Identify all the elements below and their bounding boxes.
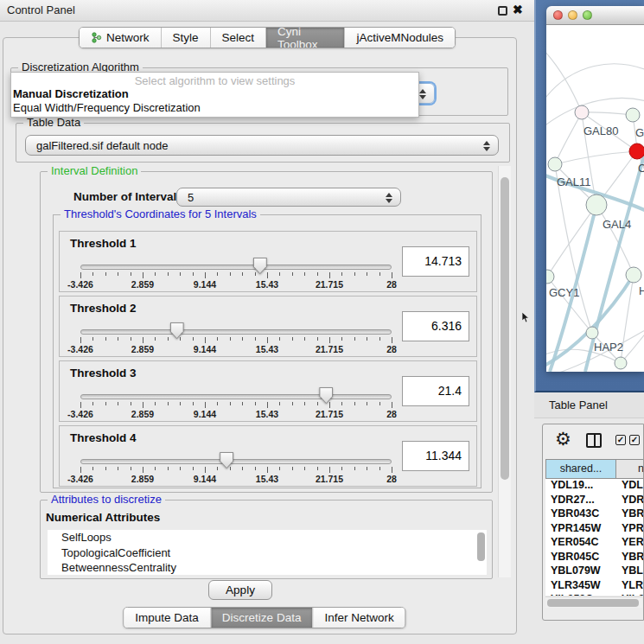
- attribute-item-topologicalcoefficient[interactable]: TopologicalCoefficient: [48, 545, 487, 561]
- mouse-cursor-icon: [522, 312, 532, 323]
- screen: Control Panel ✖ NetworkStyleSelectCyni T…: [0, 0, 644, 644]
- horizontal-scrollbar-thumb[interactable]: [547, 599, 639, 607]
- table-row[interactable]: YER054CYER0: [545, 536, 644, 551]
- gear-icon[interactable]: ⚙: [555, 429, 571, 450]
- cell-shared-name: YIL052C: [545, 593, 616, 596]
- cell-name: YLR3: [616, 579, 644, 594]
- checkbox-icon[interactable]: ✓: [629, 435, 640, 445]
- vertical-scrollbar[interactable]: [498, 166, 511, 577]
- table-body[interactable]: YDL19...YDL1YDR27...YDR2YBR043CYBR0YPR14…: [545, 479, 644, 596]
- tab-network[interactable]: Network: [80, 28, 161, 48]
- popup-item-manual-discretization[interactable]: Manual Discretization: [11, 87, 418, 101]
- network-node-ga[interactable]: [626, 108, 640, 122]
- threshold-value-field[interactable]: 14.713: [402, 246, 469, 277]
- slider-track[interactable]: [80, 394, 392, 399]
- tick-mark: [242, 272, 243, 276]
- tick-mark: [230, 467, 231, 470]
- columns-icon[interactable]: [586, 433, 602, 448]
- tick-mark: [80, 467, 81, 473]
- tab-style[interactable]: Style: [161, 28, 210, 48]
- table-data-combo[interactable]: galFiltered.sif default node: [25, 135, 499, 156]
- table-header-row: shared... n: [545, 459, 644, 479]
- cell-shared-name: YBR043C: [545, 507, 616, 522]
- table-row[interactable]: YBR043CYBR0: [545, 507, 644, 522]
- slider-track[interactable]: [80, 329, 392, 335]
- table-row[interactable]: YDL19...YDL1: [545, 479, 644, 494]
- slider-track[interactable]: [80, 459, 392, 464]
- tick-mark: [354, 272, 355, 276]
- table-row[interactable]: YDR27...YDR2: [545, 494, 644, 508]
- network-node-c[interactable]: [629, 143, 644, 159]
- tick-label: 21.715: [316, 474, 343, 484]
- threshold-value-field[interactable]: 11.344: [402, 441, 469, 471]
- tick-mark: [341, 467, 342, 470]
- tick-mark: [105, 272, 106, 276]
- threshold-value-field[interactable]: 21.4: [402, 376, 469, 406]
- cell-name: YDR2: [616, 494, 644, 508]
- column-header-shared[interactable]: shared...: [545, 459, 616, 479]
- table-data-combo-value: galFiltered.sif default node: [36, 139, 168, 152]
- close-traffic-light-icon[interactable]: [553, 10, 563, 20]
- tick-mark: [392, 337, 392, 343]
- column-header-name[interactable]: n: [616, 459, 644, 479]
- tab-jactivemnodules[interactable]: jActiveMNodules: [344, 28, 455, 48]
- tick-mark: [143, 402, 143, 408]
- threshold-label: Threshold 3: [70, 367, 137, 379]
- slider-track[interactable]: [80, 265, 392, 270]
- tick-mark: [217, 402, 218, 405]
- bottom-tab-discretize-data[interactable]: Discretize Data: [210, 608, 313, 628]
- number-of-intervals-combo[interactable]: 5: [176, 188, 401, 207]
- network-node-h[interactable]: [626, 267, 641, 283]
- table-row[interactable]: YBL079WYBL0: [545, 564, 644, 579]
- attribute-item-selfloops[interactable]: SelfLoops: [48, 530, 487, 545]
- network-node-gal80[interactable]: [575, 105, 589, 119]
- float-window-icon[interactable]: [498, 6, 507, 16]
- table-row[interactable]: YBR045CYBR0: [545, 551, 644, 565]
- tick-mark: [155, 467, 156, 470]
- network-node-gal11[interactable]: [548, 157, 562, 171]
- tab-cyni-toolbox[interactable]: Cyni Toolbox: [265, 28, 344, 48]
- zoom-traffic-light-icon[interactable]: [583, 10, 592, 20]
- node-label: GAL4: [603, 218, 631, 231]
- table-row[interactable]: YLR345WYLR3: [545, 579, 644, 594]
- tick-mark: [205, 337, 206, 343]
- close-icon[interactable]: ✖: [513, 3, 523, 16]
- tick-mark: [267, 337, 268, 343]
- tick-mark: [92, 337, 93, 341]
- checkbox-icon[interactable]: ✓: [615, 435, 626, 445]
- horizontal-scrollbar[interactable]: [545, 596, 642, 608]
- popup-item-equal-width-frequency[interactable]: Equal Width/Frequency Discretization: [11, 101, 418, 115]
- threshold-value-field[interactable]: 6.316: [402, 311, 469, 341]
- slider-handle[interactable]: [319, 387, 333, 404]
- tick-mark: [168, 467, 169, 470]
- bottom-tab-infer-network[interactable]: Infer Network: [312, 608, 405, 628]
- vertical-scrollbar-thumb[interactable]: [501, 177, 509, 480]
- tab-select[interactable]: Select: [210, 28, 266, 48]
- network-node-hap2[interactable]: [586, 327, 598, 339]
- slider-handle[interactable]: [220, 452, 233, 469]
- tick-label: 9.144: [194, 474, 216, 484]
- network-node[interactable]: [615, 357, 627, 369]
- list-scrollbar[interactable]: [477, 532, 485, 561]
- tick-mark: [118, 402, 118, 405]
- tick-mark: [279, 337, 280, 341]
- network-window-titlebar[interactable]: [546, 6, 644, 25]
- tick-mark: [304, 337, 305, 341]
- apply-button[interactable]: Apply: [208, 580, 272, 600]
- numerical-attributes-list[interactable]: SelfLoopsTopologicalCoefficientBetweenne…: [48, 530, 487, 575]
- bottom-tab-impute-data[interactable]: Impute Data: [124, 608, 210, 628]
- table-row[interactable]: YPR145WYPR1: [545, 522, 644, 537]
- tick-mark: [230, 337, 231, 341]
- cell-name: YBR0: [616, 551, 644, 565]
- network-node-gal4[interactable]: [586, 194, 607, 215]
- table-row[interactable]: YIL052CYIL0: [545, 593, 644, 596]
- node-label: GA: [635, 126, 644, 139]
- slider-handle[interactable]: [170, 322, 184, 339]
- table-panel: ⚙ ✓ ✓ shared... n YDL19...YDL1YDR27...YD…: [542, 424, 644, 621]
- minimize-traffic-light-icon[interactable]: [568, 10, 577, 20]
- network-canvas[interactable]: GAL80GACGAL11GAL4GCY1HHAP2: [546, 25, 644, 372]
- tick-label: 21.715: [316, 344, 343, 354]
- attribute-item-betweennesscentrality[interactable]: BetweennessCentrality: [48, 560, 487, 575]
- network-node-gcy1[interactable]: [546, 270, 554, 284]
- tick-mark: [354, 337, 355, 341]
